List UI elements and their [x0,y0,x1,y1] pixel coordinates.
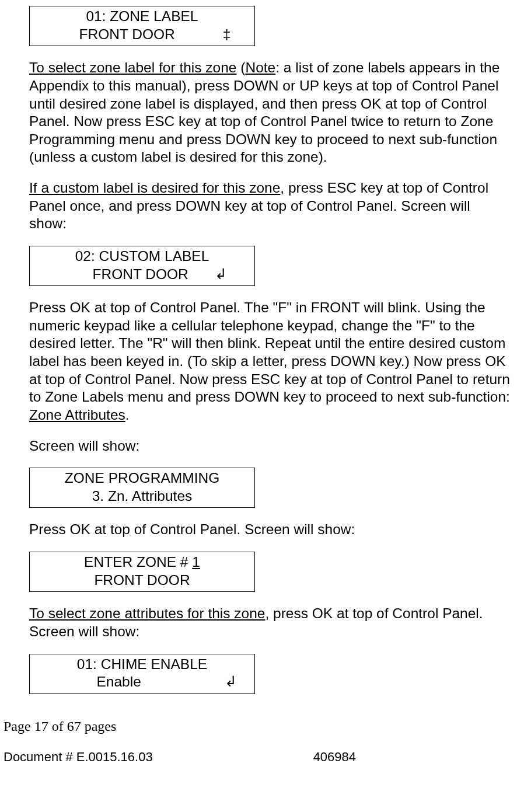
instruction-para-6: To select zone attributes for this zone,… [29,605,511,640]
document-id: Document # E.0015.16.03 [4,750,153,764]
display-line-1: ENTER ZONE # 1 [30,553,254,571]
lcd-display-zone-programming: ZONE PROGRAMMING 3. Zn. Attributes [29,468,255,508]
page-number: Page 17 of 67 pages [0,700,517,735]
enter-icon: ↲ [215,266,227,284]
display-line-2: Enable↲ [30,673,254,691]
display-line-1: 02: CUSTOM LABEL [30,248,254,266]
instruction-para-4: Screen will show: [29,437,511,455]
instruction-para-1: To select zone label for this zone (Note… [29,59,511,166]
document-footer: Document # E.0015.16.03406984 [0,735,517,765]
display-line-1: 01: ZONE LABEL [30,8,254,26]
display-line-2: FRONT DOOR‡ [30,26,254,44]
lcd-display-enter-zone: ENTER ZONE # 1 FRONT DOOR [29,552,255,592]
display-line-2: FRONT DOOR [30,571,254,590]
lcd-display-custom-label: 02: CUSTOM LABEL FRONT DOOR↲ [29,246,255,286]
enter-icon: ↲ [225,673,237,691]
document-number: 406984 [313,749,356,765]
display-line-2: 3. Zn. Attributes [30,487,254,506]
instruction-para-3: Press OK at top of Control Panel. The "F… [29,299,511,424]
display-line-2: FRONT DOOR↲ [30,266,254,284]
scroll-icon: ‡ [223,26,231,44]
lcd-display-chime-enable: 01: CHIME ENABLE Enable↲ [29,654,255,694]
instruction-para-5: Press OK at top of Control Panel. Screen… [29,521,511,539]
lcd-display-zone-label: 01: ZONE LABEL FRONT DOOR‡ [29,6,255,46]
instruction-para-2: If a custom label is desired for this zo… [29,179,511,233]
display-line-1: 01: CHIME ENABLE [30,656,254,674]
display-line-1: ZONE PROGRAMMING [30,469,254,487]
